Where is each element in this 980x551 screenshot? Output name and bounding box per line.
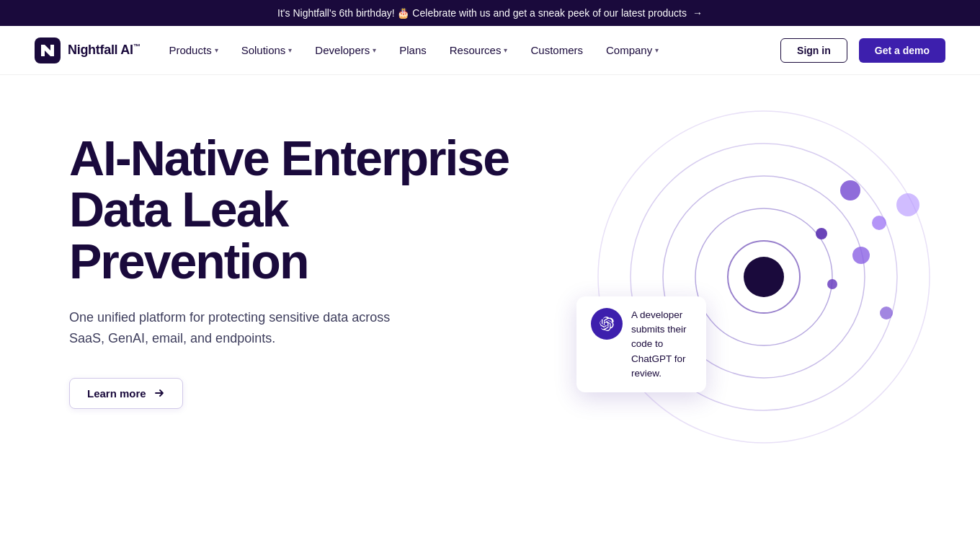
get-demo-button[interactable]: Get a demo — [859, 38, 945, 63]
announcement-banner: It's Nightfall's 6th birthday! 🎂 Celebra… — [0, 0, 980, 26]
svg-point-13 — [880, 307, 893, 319]
banner-arrow-icon: → — [692, 7, 703, 19]
svg-point-7 — [840, 180, 860, 200]
hero-section: AI-Native Enterprise Data Leak Preventio… — [0, 75, 980, 522]
nav-item-plans[interactable]: Plans — [399, 44, 427, 56]
nav-item-solutions[interactable]: Solutions ▾ — [241, 44, 293, 56]
nav-item-products[interactable]: Products ▾ — [169, 44, 218, 56]
hero-visual: A developer submits their code to ChatGP… — [576, 89, 951, 464]
svg-point-6 — [744, 257, 784, 297]
svg-point-12 — [896, 193, 919, 216]
logo-tm: ™ — [133, 43, 141, 50]
chevron-down-icon: ▾ — [373, 46, 376, 54]
chevron-down-icon: ▾ — [655, 46, 659, 54]
navbar-left: Nightfall AI™ Products ▾ Solutions ▾ Dev… — [35, 38, 659, 63]
nav-item-developers[interactable]: Developers ▾ — [315, 44, 376, 56]
hero-subtitle: One unified platform for protecting sens… — [69, 307, 415, 349]
chat-card-text: A developer submits their code to ChatGP… — [631, 308, 692, 381]
nav-item-company[interactable]: Company ▾ — [606, 44, 659, 56]
chevron-down-icon: ▾ — [288, 46, 292, 54]
learn-more-button[interactable]: Learn more — [69, 378, 183, 409]
chevron-down-icon: ▾ — [504, 46, 507, 54]
svg-point-8 — [872, 216, 886, 230]
navbar-right: Sign in Get a demo — [780, 38, 945, 63]
arrow-right-icon — [153, 387, 165, 399]
svg-point-10 — [852, 247, 870, 264]
logo-text: Nightfall AI™ — [68, 43, 140, 58]
svg-point-9 — [816, 228, 827, 239]
banner-link[interactable]: → — [692, 7, 703, 19]
trusted-section: Trusted by the most innovative organizat… — [0, 522, 980, 551]
hero-content: AI-Native Enterprise Data Leak Preventio… — [69, 133, 509, 409]
banner-text: It's Nightfall's 6th birthday! 🎂 Celebra… — [277, 7, 687, 19]
hero-title: AI-Native Enterprise Data Leak Preventio… — [69, 133, 509, 287]
sign-in-button[interactable]: Sign in — [780, 38, 847, 63]
chat-card: A developer submits their code to ChatGP… — [576, 296, 706, 392]
nightfall-logo-icon — [35, 38, 61, 63]
nav-item-resources[interactable]: Resources ▾ — [450, 44, 508, 56]
svg-point-11 — [827, 279, 837, 289]
navbar: Nightfall AI™ Products ▾ Solutions ▾ Dev… — [0, 26, 980, 75]
nav-links: Products ▾ Solutions ▾ Developers ▾ Plan… — [169, 44, 659, 56]
logo-link[interactable]: Nightfall AI™ — [35, 38, 140, 63]
radar-graphic — [576, 89, 951, 464]
nav-item-customers[interactable]: Customers — [530, 44, 583, 56]
chevron-down-icon: ▾ — [215, 46, 218, 54]
chat-avatar — [591, 308, 623, 340]
chatgpt-icon — [599, 316, 615, 332]
